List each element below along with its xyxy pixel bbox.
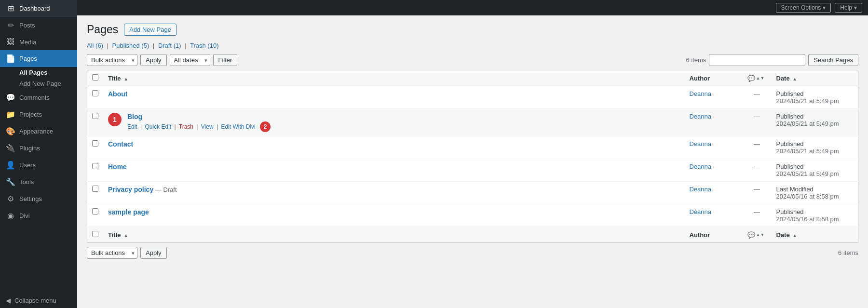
row-checkbox[interactable]: [92, 186, 98, 192]
filter-button[interactable]: Filter: [213, 54, 238, 66]
action-quick-edit-blog[interactable]: Quick Edit: [145, 123, 172, 130]
bottom-bulk-actions-wrapper: Bulk actions: [87, 247, 137, 259]
row-date-privacy: Last Modified2024/05/16 at 8:58 pm: [772, 182, 858, 204]
title-sort-bottom-link[interactable]: Title ▲: [108, 231, 128, 239]
dashboard-icon: ⊞: [6, 4, 15, 13]
row-author-home: Deanna: [685, 159, 743, 182]
row-date-about: Published2024/05/21 at 5:49 pm: [772, 86, 858, 109]
sidebar-item-pages[interactable]: 📄 Pages: [0, 50, 77, 67]
projects-icon: 📁: [6, 110, 15, 119]
search-pages-button[interactable]: Search Pages: [808, 54, 858, 66]
bottom-right: 6 items: [838, 249, 858, 256]
row-checkbox-cell: [87, 109, 104, 136]
sidebar-item-projects[interactable]: 📁 Projects: [0, 106, 77, 123]
row-comments-about: —: [743, 86, 772, 109]
tf-checkbox: [87, 227, 104, 243]
row-checkbox[interactable]: [92, 90, 98, 96]
th-author: Author: [685, 70, 743, 86]
collapse-menu[interactable]: ◀ Collapse menu: [0, 293, 77, 308]
screen-options-button[interactable]: Screen Options ▾: [776, 3, 831, 13]
sidebar-label-dashboard: Dashboard: [19, 5, 50, 12]
filter-all[interactable]: All (6): [87, 42, 103, 49]
date-sort-link[interactable]: Date ▲: [776, 75, 798, 82]
date-sort-bottom-link[interactable]: Date ▲: [776, 231, 798, 239]
add-new-page-button[interactable]: Add New Page: [124, 24, 176, 36]
th-date: Date ▲: [772, 70, 858, 86]
bulk-actions-wrapper: Bulk actions: [87, 54, 137, 66]
author-link-about[interactable]: Deanna: [690, 90, 712, 97]
action-edit-blog[interactable]: Edit: [127, 123, 137, 130]
search-input[interactable]: [709, 54, 805, 66]
comments-icon: 💬: [6, 93, 15, 102]
sidebar-item-posts[interactable]: ✏ Posts: [0, 17, 77, 34]
action-view-blog[interactable]: View: [201, 123, 214, 130]
page-title-blog[interactable]: Blog: [127, 113, 273, 121]
sep3: |: [185, 42, 186, 49]
items-count: 6 items: [686, 56, 706, 64]
bulk-actions-select[interactable]: Bulk actions: [87, 54, 137, 66]
help-button[interactable]: Help ▾: [835, 3, 862, 13]
bottom-bulk-actions-select[interactable]: Bulk actions: [87, 247, 137, 259]
action-trash-blog[interactable]: Trash: [179, 123, 193, 130]
sidebar-item-divi[interactable]: ◉ Divi: [0, 207, 77, 224]
row-date-contact: Published2024/05/21 at 5:49 pm: [772, 136, 858, 159]
page-title-home[interactable]: Home: [108, 163, 127, 171]
filter-published[interactable]: Published (5): [112, 42, 149, 49]
sidebar-item-media[interactable]: 🖼 Media: [0, 34, 77, 50]
author-link-home[interactable]: Deanna: [690, 163, 712, 170]
row-checkbox-cell: [87, 86, 104, 109]
tf-date: Date ▲: [772, 227, 858, 243]
title-sort-bottom-icon: ▲: [123, 233, 128, 238]
page-title: Pages: [87, 23, 118, 36]
author-link-contact[interactable]: Deanna: [690, 140, 712, 147]
sidebar-item-plugins[interactable]: 🔌 Plugins: [0, 140, 77, 157]
table-row: sample page Deanna — Published2024/05/16…: [87, 204, 858, 227]
date-sort-bottom-icon: ▲: [792, 233, 797, 238]
select-all-checkbox[interactable]: [92, 74, 98, 80]
row-author-about: Deanna: [685, 86, 743, 109]
sidebar-item-comments[interactable]: 💬 Comments: [0, 89, 77, 106]
apply-button[interactable]: Apply: [140, 54, 167, 66]
sidebar-item-appearance[interactable]: 🎨 Appearance: [0, 123, 77, 140]
sidebar-sub-all-pages[interactable]: All Pages: [0, 67, 77, 78]
author-link-sample[interactable]: Deanna: [690, 208, 712, 215]
page-title-about[interactable]: About: [108, 90, 127, 98]
page-title-privacy[interactable]: Privacy policy: [108, 186, 153, 193]
sidebar-item-users[interactable]: 👤 Users: [0, 157, 77, 174]
media-icon: 🖼: [6, 38, 15, 46]
filter-draft[interactable]: Draft (1): [158, 42, 181, 49]
row-checkbox[interactable]: [92, 113, 98, 119]
help-label: Help: [840, 4, 852, 11]
row-comments-home: —: [743, 159, 772, 182]
sidebar-item-settings[interactable]: ⚙ Settings: [0, 190, 77, 207]
page-title-contact[interactable]: Contact: [108, 140, 133, 148]
settings-icon: ⚙: [6, 194, 15, 203]
select-all-bottom-checkbox[interactable]: [92, 231, 98, 237]
bottom-toolbar: Bulk actions Apply 6 items: [87, 247, 858, 259]
author-link-privacy[interactable]: Deanna: [690, 186, 712, 193]
sidebar-label-users: Users: [19, 161, 36, 169]
row-checkbox[interactable]: [92, 208, 98, 214]
row-checkbox[interactable]: [92, 140, 98, 147]
page-title-sample[interactable]: sample page: [108, 208, 149, 216]
row-comments-sample: —: [743, 204, 772, 227]
row-title-cell: About: [103, 86, 685, 109]
sidebar-item-tools[interactable]: 🔧 Tools: [0, 174, 77, 190]
title-sort-link[interactable]: Title ▲: [108, 75, 128, 82]
th-title: Title ▲: [103, 70, 685, 86]
sidebar-label-pages: Pages: [19, 55, 37, 62]
sidebar-sub-add-new-page[interactable]: Add New Page: [0, 78, 77, 89]
row-date-blog: Published2024/05/21 at 5:49 pm: [772, 109, 858, 136]
row-author-privacy: Deanna: [685, 182, 743, 204]
sidebar-item-dashboard[interactable]: ⊞ Dashboard: [0, 0, 77, 17]
filter-trash[interactable]: Trash (10): [190, 42, 219, 49]
posts-icon: ✏: [6, 21, 15, 30]
row-checkbox[interactable]: [92, 163, 98, 169]
action-edit-divi-blog[interactable]: Edit With Divi: [221, 123, 255, 130]
comments-sort-icons: ▲▼: [756, 76, 765, 80]
badge-2: 2: [260, 121, 271, 132]
author-link-blog[interactable]: Deanna: [690, 113, 712, 120]
row-title-cell-sample: sample page: [103, 204, 685, 227]
all-dates-select[interactable]: All dates: [170, 54, 210, 66]
bottom-apply-button[interactable]: Apply: [140, 247, 167, 259]
